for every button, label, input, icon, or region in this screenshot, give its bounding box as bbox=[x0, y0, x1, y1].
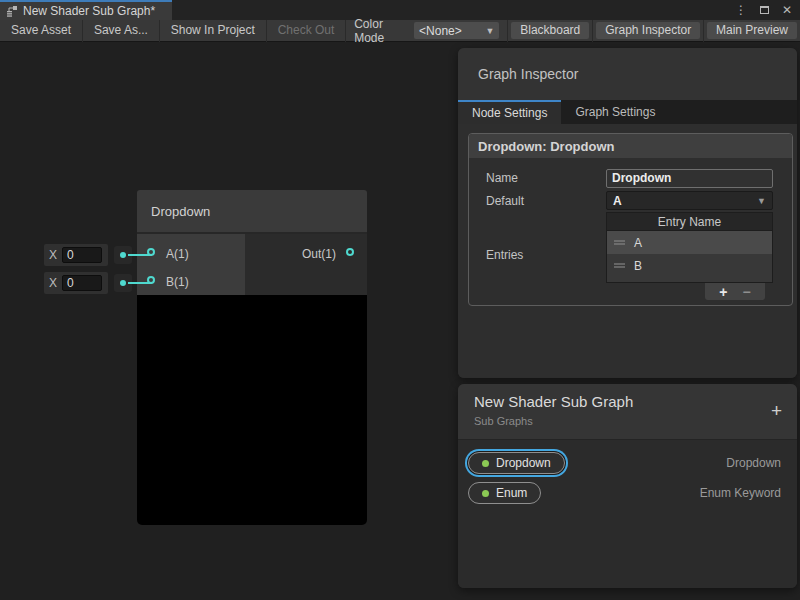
float-value-field-b[interactable]: 0 bbox=[62, 275, 102, 291]
input-port-a-label: A(1) bbox=[166, 247, 189, 261]
dropdown-property-pill[interactable]: Dropdown bbox=[468, 452, 565, 474]
unity-shader-graph-window: New Shader Sub Graph* ⋮ ✕ Save Asset Sav… bbox=[0, 0, 800, 600]
edge-a bbox=[128, 254, 152, 256]
color-mode-dropdown[interactable]: <None> ▼ bbox=[414, 22, 499, 39]
blackboard-header[interactable]: New Shader Sub Graph Sub Graphs + bbox=[458, 384, 797, 440]
entry-name: A bbox=[634, 236, 642, 250]
default-dropdown[interactable]: A ▼ bbox=[606, 191, 773, 210]
enum-property-pill[interactable]: Enum bbox=[468, 482, 541, 504]
node-settings-content: Dropdown: Dropdown Name Dropdown Default… bbox=[458, 124, 797, 378]
entry-row-b[interactable]: B bbox=[607, 254, 772, 277]
toolbar-divider bbox=[592, 20, 593, 42]
chevron-down-icon: ▼ bbox=[485, 26, 494, 36]
color-mode-label: Color Mode bbox=[346, 17, 414, 45]
inspector-tabs: Node Settings Graph Settings bbox=[458, 100, 797, 124]
graph-inspector-panel: Graph Inspector Node Settings Graph Sett… bbox=[458, 48, 797, 378]
subgraph-asset-icon bbox=[6, 5, 18, 17]
show-in-project-button[interactable]: Show In Project bbox=[160, 20, 266, 42]
blackboard-row-enum: Enum Enum Keyword bbox=[458, 478, 797, 508]
add-property-button[interactable]: + bbox=[771, 401, 782, 420]
node-title: Dropdown bbox=[151, 204, 210, 219]
axis-label: X bbox=[49, 248, 57, 262]
output-port-label: Out(1) bbox=[302, 247, 336, 261]
document-tab[interactable]: New Shader Sub Graph* bbox=[0, 0, 172, 20]
window-menu-icon[interactable]: ⋮ bbox=[735, 4, 747, 16]
entry-name: B bbox=[634, 259, 642, 273]
property-type-label: Enum Keyword bbox=[700, 486, 781, 500]
default-label: Default bbox=[486, 194, 524, 208]
close-icon[interactable]: ✕ bbox=[782, 4, 792, 16]
blackboard-subtitle: Sub Graphs bbox=[474, 415, 781, 427]
maximize-icon[interactable] bbox=[760, 6, 769, 14]
blackboard-title: New Shader Sub Graph bbox=[474, 393, 781, 410]
graph-inspector-header[interactable]: Graph Inspector bbox=[458, 48, 797, 100]
axis-label: X bbox=[49, 276, 57, 290]
float-input-a: X 0 bbox=[44, 244, 108, 266]
output-port-out[interactable] bbox=[346, 248, 354, 256]
blackboard-panel: New Shader Sub Graph Sub Graphs + Dropdo… bbox=[458, 384, 797, 588]
add-entry-button[interactable]: + bbox=[719, 285, 727, 299]
toolbar: Save Asset Save As... Show In Project Ch… bbox=[0, 20, 800, 42]
tab-graph-settings[interactable]: Graph Settings bbox=[561, 100, 669, 124]
exposed-dot-icon bbox=[482, 460, 489, 467]
pill-label: Enum bbox=[496, 486, 527, 500]
color-mode-value: <None> bbox=[419, 24, 462, 38]
tab-node-settings[interactable]: Node Settings bbox=[458, 100, 561, 124]
entries-list-controls: + − bbox=[705, 283, 765, 300]
drag-handle-icon[interactable] bbox=[614, 263, 625, 268]
save-asset-button[interactable]: Save Asset bbox=[0, 20, 82, 42]
input-port-b-label: B(1) bbox=[166, 275, 189, 289]
edge-b bbox=[128, 282, 152, 284]
node-title-bar[interactable]: Dropdown bbox=[137, 190, 367, 234]
save-as-button[interactable]: Save As... bbox=[83, 20, 159, 42]
graph-inspector-title: Graph Inspector bbox=[478, 66, 578, 82]
toolbar-divider bbox=[507, 20, 508, 42]
default-value: A bbox=[613, 194, 622, 208]
pill-label: Dropdown bbox=[496, 456, 551, 470]
node-preview bbox=[137, 295, 367, 525]
node-output-column bbox=[245, 234, 367, 295]
float-value-field-a[interactable]: 0 bbox=[62, 247, 102, 263]
property-type-label: Dropdown bbox=[726, 456, 781, 470]
check-out-button: Check Out bbox=[267, 20, 346, 42]
entries-table: Entry Name A B bbox=[606, 212, 773, 283]
float-input-b: X 0 bbox=[44, 272, 108, 294]
name-label: Name bbox=[486, 171, 518, 185]
node-body: A(1) B(1) Out(1) bbox=[137, 234, 367, 295]
entries-table-header: Entry Name bbox=[607, 213, 772, 231]
blackboard-row-dropdown: Dropdown Dropdown bbox=[458, 448, 797, 478]
active-tab-indicator bbox=[0, 0, 172, 2]
dropdown-properties-box: Dropdown: Dropdown Name Dropdown Default… bbox=[468, 133, 793, 306]
document-tab-title: New Shader Sub Graph* bbox=[23, 4, 155, 18]
name-field[interactable]: Dropdown bbox=[606, 169, 773, 188]
properties-box-title: Dropdown: Dropdown bbox=[469, 134, 792, 158]
chevron-down-icon: ▼ bbox=[757, 196, 766, 206]
entry-row-a[interactable]: A bbox=[607, 231, 772, 254]
dropdown-node[interactable]: Dropdown A(1) B(1) Out(1) bbox=[137, 190, 367, 525]
toolbar-divider bbox=[703, 20, 704, 42]
entries-label: Entries bbox=[486, 248, 523, 262]
remove-entry-button[interactable]: − bbox=[743, 285, 751, 299]
blackboard-toggle-button[interactable]: Blackboard bbox=[511, 22, 589, 39]
node-input-column bbox=[137, 234, 245, 295]
graph-inspector-toggle-button[interactable]: Graph Inspector bbox=[596, 22, 700, 39]
exposed-dot-icon bbox=[482, 490, 489, 497]
main-preview-toggle-button[interactable]: Main Preview bbox=[707, 22, 797, 39]
blackboard-items: Dropdown Dropdown Enum Enum Keyword bbox=[458, 440, 797, 588]
drag-handle-icon[interactable] bbox=[614, 240, 625, 245]
